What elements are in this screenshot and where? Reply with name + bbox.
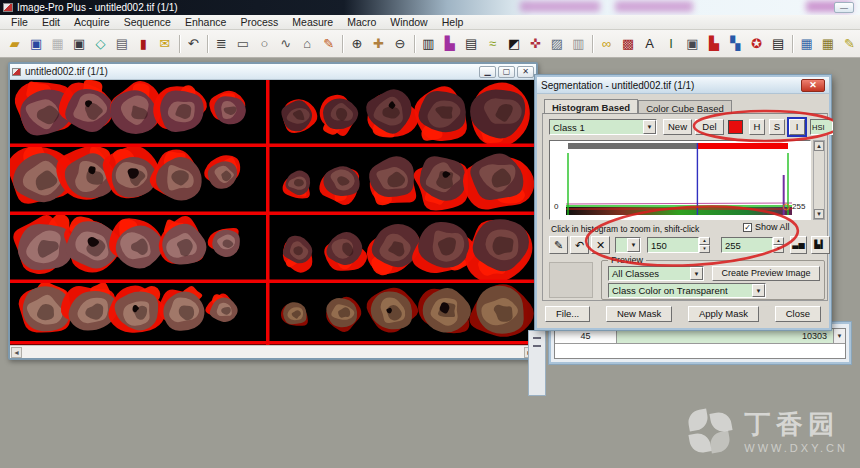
toolbar-separator [207, 35, 208, 53]
menu-item-window[interactable]: Window [383, 15, 434, 29]
class-selector[interactable]: Class 1 ▼ [549, 119, 657, 135]
horizontal-scrollbar[interactable]: ◄ ► [10, 345, 536, 358]
minimize-icon[interactable]: ▁ [479, 66, 496, 78]
zoom-in-icon[interactable]: ⊕ [347, 34, 366, 54]
checkbox-check-icon[interactable]: ✓ [743, 223, 752, 232]
menu-item-file[interactable]: File [4, 15, 35, 29]
polygon-aoi-icon[interactable]: ⌂ [298, 34, 317, 54]
snapshot-icon[interactable]: ▣ [683, 34, 702, 54]
tracking-icon[interactable]: ✜ [526, 34, 545, 54]
contrast-icon[interactable]: ◩ [504, 34, 523, 54]
app-minimize-button[interactable]: — [834, 2, 854, 13]
menu-item-measure[interactable]: Measure [285, 15, 340, 29]
class-color-swatch[interactable] [728, 120, 743, 134]
segmentation-icon[interactable]: ▩ [618, 34, 637, 54]
curve-aoi-icon[interactable]: ∿ [276, 34, 295, 54]
preview-classes-selector[interactable]: All Classes ▼ [608, 266, 704, 281]
histogram-icon[interactable]: ▙ [440, 34, 459, 54]
count-size-icon[interactable]: ✪ [747, 34, 766, 54]
menu-item-enhance[interactable]: Enhance [178, 15, 233, 29]
histogram-style-button[interactable]: ▃▅ [790, 236, 807, 254]
freehand-aoi-icon[interactable]: ◇ [91, 34, 110, 54]
new-mask-button[interactable]: New Mask [606, 306, 672, 322]
delete-range-button[interactable]: ✕ [591, 236, 610, 254]
gallery-2-icon[interactable]: ▦ [818, 34, 837, 54]
range-start-stepper[interactable]: ▲▼ [699, 237, 710, 253]
range-start-input[interactable] [647, 237, 699, 253]
line-profile-icon[interactable]: ▥ [419, 34, 438, 54]
histogram-view-button[interactable]: ▙▍ [811, 236, 830, 254]
color-model-selector[interactable]: HSI [810, 119, 833, 135]
glasses-icon[interactable]: ∞ [597, 34, 616, 54]
save-icon[interactable]: ▣ [26, 34, 45, 54]
scroll-down-icon[interactable]: ▼ [814, 209, 824, 219]
menu-item-sequence[interactable]: Sequence [117, 15, 178, 29]
print-icon[interactable]: ▤ [112, 34, 131, 54]
grid-overlay-icon[interactable]: ▤ [461, 34, 480, 54]
undo-icon[interactable]: ↶ [183, 34, 202, 54]
new-aoi-icon[interactable]: ≣ [212, 34, 231, 54]
caliper-a-icon[interactable]: A [640, 34, 659, 54]
caliper-i-icon[interactable]: I [661, 34, 680, 54]
chevron-down-icon[interactable]: ▼ [627, 238, 640, 252]
annotate-icon[interactable]: ✎ [840, 34, 859, 54]
red-histogram-icon[interactable]: ▙ [704, 34, 723, 54]
create-preview-image-button[interactable]: Create Preview Image [712, 266, 820, 281]
scroll-up-icon[interactable]: ▲ [814, 141, 824, 151]
preview-mode-selector[interactable]: Class Color on Transparent ▼ [608, 283, 766, 298]
range-end-input[interactable] [721, 237, 773, 253]
image-window-titlebar[interactable]: untitled002.tif (1/1) ▁ ▢ ✕ [10, 64, 536, 80]
range-end-stepper[interactable]: ▲▼ [773, 237, 784, 253]
eyedropper-tool-button[interactable]: ✎ [549, 236, 568, 254]
scroll-left-icon[interactable]: ◄ [11, 347, 22, 358]
camera-acquire-icon[interactable]: ▣ [69, 34, 88, 54]
maximize-icon[interactable]: ▢ [498, 66, 515, 78]
pan-hand-icon[interactable]: ✚ [369, 34, 388, 54]
saturation-channel-button[interactable]: S [769, 119, 785, 135]
histogram-plot[interactable]: 0255 [549, 140, 811, 220]
dialog-titlebar[interactable]: Segmentation - untitled002.tif (1/1) ✕ [537, 77, 829, 94]
new-class-button[interactable]: New [663, 119, 692, 135]
hue-channel-button[interactable]: H [749, 119, 765, 135]
file-button[interactable]: File... [545, 306, 590, 322]
mail-icon[interactable]: ✉ [155, 34, 174, 54]
levels-icon[interactable]: ▥ [569, 34, 588, 54]
tolerance-selector[interactable]: ▼ [615, 237, 641, 253]
gallery-1-icon[interactable]: ▦ [797, 34, 816, 54]
del-class-button[interactable]: Del [695, 119, 724, 135]
menu-item-process[interactable]: Process [233, 15, 285, 29]
chevron-down-icon[interactable]: ▼ [643, 120, 656, 134]
zoom-out-icon[interactable]: ⊖ [390, 34, 409, 54]
menu-item-help[interactable]: Help [435, 15, 471, 29]
record-macro-icon[interactable]: ▮ [134, 34, 153, 54]
apply-mask-button[interactable]: Apply Mask [688, 306, 759, 322]
table-row[interactable]: 45 10303 ▼ [555, 329, 845, 344]
image-canvas[interactable] [10, 80, 536, 345]
show-all-checkbox[interactable]: ✓ Show All [743, 222, 790, 232]
chevron-down-icon[interactable]: ▼ [690, 267, 703, 280]
undo-icon[interactable]: ↶ [570, 236, 589, 254]
thumbnail-icon[interactable]: ▨ [547, 34, 566, 54]
close-icon[interactable]: ✕ [801, 79, 825, 92]
pen-icon[interactable]: ✎ [319, 34, 338, 54]
rect-aoi-icon[interactable]: ▭ [233, 34, 252, 54]
class-preview-box [549, 262, 593, 298]
menu-item-macro[interactable]: Macro [340, 15, 383, 29]
toolbar-separator [414, 35, 415, 53]
chevron-down-icon[interactable]: ▼ [752, 284, 765, 297]
menu-item-acquire[interactable]: Acquire [67, 15, 117, 29]
wave-filter-icon[interactable]: ≈ [483, 34, 502, 54]
ellipse-aoi-icon[interactable]: ○ [255, 34, 274, 54]
table-cell-value: 10303 [617, 329, 833, 343]
grid-icon[interactable]: ▦ [48, 34, 67, 54]
layers-icon[interactable]: ▤ [768, 34, 787, 54]
menu-item-edit[interactable]: Edit [35, 15, 67, 29]
intensity-channel-button[interactable]: I [789, 119, 805, 135]
open-icon[interactable]: ▰ [5, 34, 24, 54]
histogram-scrollbar[interactable]: ▲ ▼ [813, 140, 825, 220]
chart-icon[interactable]: ▚ [726, 34, 745, 54]
close-button[interactable]: Close [775, 306, 821, 322]
toolbar-separator [792, 35, 793, 53]
chevron-down-icon[interactable]: ▼ [833, 329, 845, 343]
close-icon[interactable]: ✕ [517, 66, 534, 78]
